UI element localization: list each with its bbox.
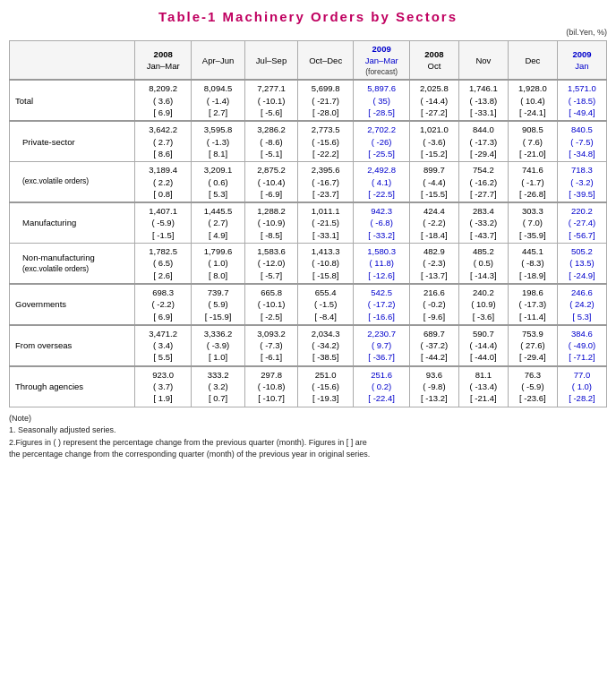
data-cell: 542.5( -17.2)[ -16.6] xyxy=(354,284,409,325)
note-1: 1. Seasonally adjusted series. xyxy=(9,424,607,437)
data-cell: 283.4( -33.2)[ -43.7] xyxy=(458,202,508,243)
data-cell: 3,595.8( -1.3)[ 8.1] xyxy=(191,121,244,161)
data-cell: 2,702.2( -26)[ -25.5] xyxy=(354,121,409,161)
table-row: Through agencies923.0( 3.7)[ 1.9]333.2( … xyxy=(10,366,607,407)
data-cell: 251.0( -15.6)[ -19.3] xyxy=(297,366,353,407)
data-cell: 7,277.1( -10.1)[ -5.6] xyxy=(245,80,298,121)
table-row: Manufacturing1,407.1( -5.9)[ -1.5]1,445.… xyxy=(10,202,607,243)
data-cell: 5,897.6( 35)[ -28.5] xyxy=(354,80,409,121)
data-cell: 3,286.2( -8.6)[ -5.1] xyxy=(245,121,298,161)
data-cell: 2,395.6( -16.7)[ -23.7] xyxy=(297,162,353,202)
col-header-2008-oct: 2008 Oct xyxy=(409,41,458,81)
data-cell: 3,471.2( 3.4)[ 5.5] xyxy=(135,325,191,366)
data-cell: 77.0( 1.0)[ -28.2] xyxy=(557,366,606,407)
data-cell: 3,189.4( 2.2)[ 0.8] xyxy=(135,162,191,202)
data-cell: 8,094.5( -1.4)[ 2.7] xyxy=(191,80,244,121)
table-row: Governments698.3( -2.2)[ 6.9]739.7( 5.9)… xyxy=(10,284,607,325)
row-label: Non-manufacturing(exc.volatile orders) xyxy=(10,244,135,284)
data-cell: 1,928.0( 10.4)[ -24.1] xyxy=(508,80,557,121)
col-header-julsep: Jul–Sep xyxy=(245,41,298,81)
table-row: Total8,209.2( 3.6)[ 6.9]8,094.5( -1.4)[ … xyxy=(10,80,607,121)
row-label: (exc.volatile orders) xyxy=(10,162,135,202)
col-header-aprjun: Apr–Jun xyxy=(191,41,244,81)
data-cell: 3,336.2( -3.9)[ 1.0] xyxy=(191,325,244,366)
data-cell: 1,288.2( -10.9)[ -8.5] xyxy=(245,202,298,243)
main-table: 2008 Jan–Mar Apr–Jun Jul–Sep Oct–Dec 200… xyxy=(9,40,607,407)
data-cell: 2,025.8( -14.4)[ -27.2] xyxy=(409,80,458,121)
col-header-2009-jan: 2009 Jan xyxy=(557,41,606,81)
data-cell: 718.3( -3.2)[ -39.5] xyxy=(557,162,606,202)
data-cell: 1,799.6( 1.0)[ 8.0] xyxy=(191,244,244,284)
data-cell: 5,699.8( -21.7)[ -28.0] xyxy=(297,80,353,121)
data-cell: 445.1( -8.3)[ -18.9] xyxy=(508,244,557,284)
data-cell: 76.3( -5.9)[ -23.6] xyxy=(508,366,557,407)
data-cell: 2,230.7( 9.7)[ -36.7] xyxy=(354,325,409,366)
data-cell: 2,773.5( -15.6)[ -22.2] xyxy=(297,121,353,161)
data-cell: 1,571.0( -18.5)[ -49.4] xyxy=(557,80,606,121)
data-cell: 3,093.2( -7.3)[ -6.1] xyxy=(245,325,298,366)
data-cell: 198.6( -17.3)[ -11.4] xyxy=(508,284,557,325)
data-cell: 303.3( 7.0)[ -35.9] xyxy=(508,202,557,243)
row-label: Through agencies xyxy=(10,366,135,407)
data-cell: 251.6( 0.2)[ -22.4] xyxy=(354,366,409,407)
data-cell: 424.4( -2.2)[ -18.4] xyxy=(409,202,458,243)
data-cell: 505.2( 13.5)[ -24.9] xyxy=(557,244,606,284)
col-header-2008-janmar: 2008 Jan–Mar xyxy=(135,41,191,81)
note-header: (Note) xyxy=(9,413,607,425)
data-cell: 1,580.3( 11.8)[ -12.6] xyxy=(354,244,409,284)
data-cell: 81.1( -13.4)[ -21.4] xyxy=(458,366,508,407)
table-row: (exc.volatile orders)3,189.4( 2.2)[ 0.8]… xyxy=(10,162,607,202)
data-cell: 689.7( -37.2)[ -44.2] xyxy=(409,325,458,366)
data-cell: 482.9( -2.3)[ -13.7] xyxy=(409,244,458,284)
data-cell: 297.8( -10.8)[ -10.7] xyxy=(245,366,298,407)
data-cell: 8,209.2( 3.6)[ 6.9] xyxy=(135,80,191,121)
data-cell: 942.3( -6.8)[ -33.2] xyxy=(354,202,409,243)
data-cell: 333.2( 3.2)[ 0.7] xyxy=(191,366,244,407)
data-cell: 384.6( -49.0)[ -71.2] xyxy=(557,325,606,366)
data-cell: 1,445.5( 2.7)[ 4.9] xyxy=(191,202,244,243)
page-title: Table-1 Machinery Orders by Sectors xyxy=(9,9,607,24)
row-header-empty xyxy=(10,41,135,81)
note-2: 2.Figures in ( ) represent the percentag… xyxy=(9,437,607,450)
data-cell: 739.7( 5.9)[ -15.9] xyxy=(191,284,244,325)
table-row: Non-manufacturing(exc.volatile orders)1,… xyxy=(10,244,607,284)
data-cell: 753.9( 27.6)[ -29.4] xyxy=(508,325,557,366)
data-cell: 3,642.2( 2.7)[ 8.6] xyxy=(135,121,191,161)
data-cell: 899.7( -4.4)[ -15.5] xyxy=(409,162,458,202)
col-header-dec: Dec xyxy=(508,41,557,81)
data-cell: 908.5( 7.6)[ -21.0] xyxy=(508,121,557,161)
row-label: Total xyxy=(10,80,135,121)
data-cell: 1,746.1( -13.8)[ -33.1] xyxy=(458,80,508,121)
data-cell: 1,583.6( -12.0)[ -5.7] xyxy=(245,244,298,284)
data-cell: 840.5( -7.5)[ -34.8] xyxy=(557,121,606,161)
data-cell: 2,875.2( -10.4)[ -6.9] xyxy=(245,162,298,202)
data-cell: 655.4( -1.5)[ -8.4] xyxy=(297,284,353,325)
row-label: Governments xyxy=(10,284,135,325)
data-cell: 741.6( -1.7)[ -26.8] xyxy=(508,162,557,202)
data-cell: 1,021.0( -3.6)[ -15.2] xyxy=(409,121,458,161)
data-cell: 1,407.1( -5.9)[ -1.5] xyxy=(135,202,191,243)
data-cell: 246.6( 24.2)[ 5.3] xyxy=(557,284,606,325)
col-header-nov: Nov xyxy=(458,41,508,81)
notes-section: (Note) 1. Seasonally adjusted series. 2.… xyxy=(9,413,607,461)
data-cell: 220.2( -27.4)[ -56.7] xyxy=(557,202,606,243)
data-cell: 754.2( -16.2)[ -27.7] xyxy=(458,162,508,202)
data-cell: 2,034.3( -34.2)[ -38.5] xyxy=(297,325,353,366)
data-cell: 2,492.8( 4.1)[ -22.5] xyxy=(354,162,409,202)
table-row: From overseas3,471.2( 3.4)[ 5.5]3,336.2(… xyxy=(10,325,607,366)
data-cell: 93.6( -9.8)[ -13.2] xyxy=(409,366,458,407)
unit-label: (bil.Yen, %) xyxy=(9,28,607,37)
col-header-octdec: Oct–Dec xyxy=(297,41,353,81)
data-cell: 3,209.1( 0.6)[ 5.3] xyxy=(191,162,244,202)
data-cell: 1,413.3( -10.8)[ -15.8] xyxy=(297,244,353,284)
data-cell: 665.8( -10.1)[ -2.5] xyxy=(245,284,298,325)
data-cell: 590.7( -14.4)[ -44.0] xyxy=(458,325,508,366)
data-cell: 923.0( 3.7)[ 1.9] xyxy=(135,366,191,407)
row-label: From overseas xyxy=(10,325,135,366)
data-cell: 216.6( -0.2)[ -9.6] xyxy=(409,284,458,325)
data-cell: 1,782.5( 6.5)[ 2.6] xyxy=(135,244,191,284)
table-row: Private-sector3,642.2( 2.7)[ 8.6]3,595.8… xyxy=(10,121,607,161)
data-cell: 698.3( -2.2)[ 6.9] xyxy=(135,284,191,325)
data-cell: 844.0( -17.3)[ -29.4] xyxy=(458,121,508,161)
note-2-cont: the percentage change from the correspon… xyxy=(9,449,607,461)
